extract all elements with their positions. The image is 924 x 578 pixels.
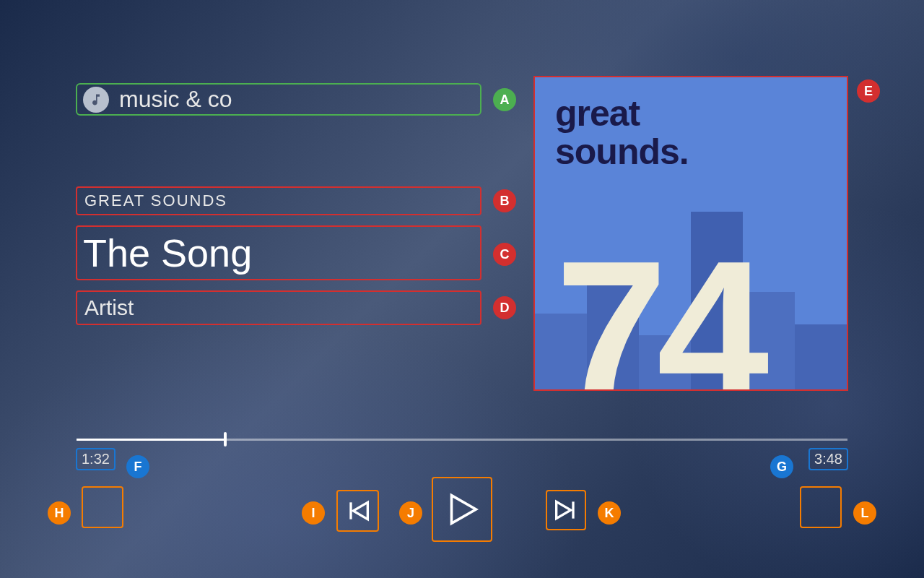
marker-h: H	[48, 501, 71, 525]
album-art-title: greatsounds.	[555, 95, 689, 171]
marker-b: B	[493, 189, 516, 212]
time-total: 3:48	[808, 448, 848, 470]
marker-d: D	[493, 296, 516, 319]
shuffle-button[interactable]	[82, 486, 123, 528]
marker-i: I	[302, 501, 325, 525]
app-header[interactable]: music & co	[76, 83, 481, 116]
svg-marker-2	[452, 496, 476, 524]
album-label: Great Sounds	[76, 186, 481, 215]
marker-k: K	[598, 501, 621, 525]
marker-c: C	[493, 243, 516, 266]
marker-e: E	[857, 79, 880, 103]
marker-f: F	[126, 455, 149, 478]
skip-next-icon	[552, 496, 580, 525]
repeat-button[interactable]	[800, 486, 842, 528]
previous-track-button[interactable]	[336, 490, 379, 532]
next-track-button[interactable]	[546, 490, 586, 530]
music-note-icon	[83, 87, 109, 113]
song-title: The Song	[76, 225, 481, 280]
app-title: music & co	[119, 86, 232, 113]
skip-previous-icon	[344, 496, 372, 525]
svg-marker-3	[557, 501, 571, 518]
marker-g: G	[770, 455, 793, 478]
album-art[interactable]: greatsounds. 74	[533, 76, 848, 391]
album-art-number: 74	[555, 230, 840, 391]
marker-l: L	[853, 501, 876, 525]
marker-a: A	[493, 88, 516, 111]
progress-thumb[interactable]	[224, 432, 227, 447]
artist-name: Artist	[76, 290, 481, 325]
play-button[interactable]	[432, 477, 492, 542]
play-icon	[441, 486, 483, 533]
time-elapsed: 1:32	[76, 448, 116, 470]
marker-j: J	[399, 501, 422, 525]
progress-fill	[77, 439, 225, 441]
playback-progress[interactable]	[77, 434, 847, 445]
svg-marker-1	[353, 502, 367, 519]
